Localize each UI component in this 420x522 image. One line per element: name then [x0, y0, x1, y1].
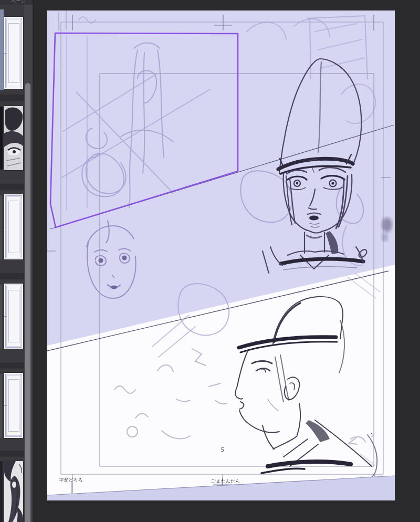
- page-number-right: 5: [371, 432, 374, 437]
- thumb-center-tick: [4, 316, 7, 317]
- thumb-center-tick: [4, 405, 7, 406]
- thumbnail-sketch-art: [4, 461, 23, 522]
- partial-thumbnail-sliver[interactable]: [0, 107, 3, 170]
- partial-thumbnail-sliver[interactable]: [0, 285, 2, 349]
- page-thumbnail-2[interactable]: [4, 106, 23, 170]
- thumb-inner-frame: [8, 201, 19, 253]
- page-thumbnail-3[interactable]: [4, 194, 23, 259]
- sidebar-scrollbar-thumb[interactable]: [25, 83, 30, 522]
- thumb-inner-frame: [8, 23, 19, 83]
- page-thumbnail-6[interactable]: [4, 461, 23, 522]
- footer-title-text: 平安どろろ: [59, 477, 83, 483]
- page-manager-sidebar: ページ: [0, 0, 33, 522]
- page-number-center: 5: [221, 446, 225, 453]
- thumbnail-sketch-art: [4, 106, 23, 170]
- sidebar-header-label: ページ: [11, 0, 25, 5]
- partial-thumbnail-sliver[interactable]: [0, 374, 2, 438]
- page-thumbnail-5[interactable]: [4, 373, 23, 438]
- thumb-center-tick: [4, 53, 7, 54]
- thumb-center-tick: [4, 227, 7, 227]
- partial-thumbnail-sliver[interactable]: [0, 195, 2, 259]
- footer-author-text: ごまたんたん: [211, 478, 240, 484]
- page-thumbnail-4[interactable]: [4, 284, 23, 349]
- thumb-inner-frame: [8, 379, 19, 432]
- page-thumbnail-1[interactable]: [4, 17, 23, 89]
- sidebar-header: ページ: [0, 0, 33, 5]
- drawing-canvas-viewport[interactable]: 平安どろろ ごまたんたん 5 5: [34, 0, 420, 522]
- partial-thumbnail-sliver[interactable]: [0, 9, 4, 90]
- partial-thumbnail-sliver[interactable]: [0, 461, 3, 522]
- manga-page-canvas[interactable]: 平安どろろ ごまたんたん 5 5: [34, 0, 420, 522]
- drawing-app-window: { "app": { "kind": "manga/illustration e…: [0, 0, 420, 522]
- thumb-inner-frame: [8, 290, 19, 342]
